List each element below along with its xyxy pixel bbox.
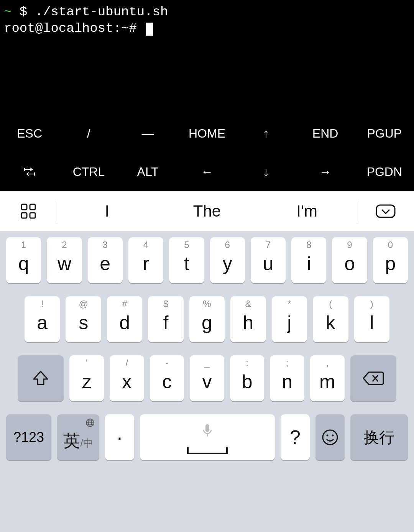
key-v[interactable]: _v <box>190 355 224 401</box>
terminal-line-1: $ ./start-ubuntu.sh <box>12 5 168 19</box>
key-main-label: h <box>243 312 254 334</box>
key-g[interactable]: %g <box>189 296 225 342</box>
question-key-label: ? <box>290 426 301 448</box>
key-hint: 0 <box>388 240 393 250</box>
key-main-label: x <box>122 371 131 393</box>
chevron-down-in-box-icon <box>374 202 397 220</box>
lang-secondary-label: /中 <box>80 437 93 450</box>
suggestion-3[interactable]: I'm <box>257 202 357 220</box>
ime-collapse-button[interactable] <box>357 202 414 220</box>
suggestion-2[interactable]: The <box>157 202 257 220</box>
key-d[interactable]: #d <box>107 296 142 342</box>
key-p[interactable]: 0p <box>373 237 408 283</box>
key-main-label: j <box>287 312 291 334</box>
keyboard-row-1: 1q2w3e4r5t6y7u8i9o0p <box>6 237 408 283</box>
extra-key-end[interactable]: END <box>296 114 355 153</box>
suggestion-1[interactable]: I <box>57 202 157 220</box>
key-z[interactable]: 'z <box>69 355 104 401</box>
keyboard-row-2: !a@s#d$f%g&h*j(k)l <box>6 296 408 342</box>
key-hint: # <box>122 299 127 309</box>
key-w[interactable]: 2w <box>47 237 82 283</box>
extra-key-pgup[interactable]: PGUP <box>355 114 414 153</box>
extra-key-alt[interactable]: ALT <box>118 153 177 191</box>
terminal-output[interactable]: ~ $ ./start-ubuntu.sh root@localhost:~# <box>0 0 414 114</box>
key-r[interactable]: 4r <box>128 237 163 283</box>
key-hint: 4 <box>143 240 148 250</box>
ime-apps-button[interactable] <box>0 202 57 220</box>
extra-key-ctrl[interactable]: CTRL <box>59 153 118 191</box>
key-e[interactable]: 3e <box>88 237 123 283</box>
key-hint: ; <box>286 358 289 368</box>
svg-rect-3 <box>30 213 35 218</box>
svg-point-8 <box>323 430 337 445</box>
extra-key-tab[interactable] <box>0 153 59 191</box>
key-n[interactable]: ;n <box>270 355 304 401</box>
key-hint: * <box>288 299 291 309</box>
svg-rect-2 <box>21 213 27 218</box>
key-main-label: f <box>163 312 169 334</box>
key-main-label: m <box>319 371 335 393</box>
key-hint: ( <box>329 299 332 309</box>
extra-key-pgdn[interactable]: PGDN <box>355 153 414 191</box>
key-hint: 9 <box>347 240 352 250</box>
key-a[interactable]: !a <box>25 296 60 342</box>
key-b[interactable]: :b <box>230 355 264 401</box>
key-hint: 5 <box>184 240 189 250</box>
backspace-key[interactable] <box>350 355 396 401</box>
keyboard-row-3: 'z/x-c_v:b;n,m <box>6 355 408 401</box>
key-hint: : <box>246 358 248 368</box>
extra-key-left[interactable]: ← <box>177 153 237 191</box>
tab-icon <box>24 167 35 176</box>
space-key[interactable] <box>140 414 275 460</box>
extra-key-down[interactable]: ↓ <box>237 153 296 191</box>
key-hint: 2 <box>62 240 67 250</box>
key-f[interactable]: $f <box>148 296 183 342</box>
extra-key-right[interactable]: → <box>296 153 355 191</box>
microphone-icon <box>202 424 213 439</box>
emoji-key[interactable] <box>315 414 345 460</box>
key-t[interactable]: 5t <box>169 237 204 283</box>
key-main-label: r <box>143 253 149 275</box>
key-main-label: b <box>242 371 253 393</box>
extra-key-esc[interactable]: ESC <box>0 114 59 153</box>
key-hint: ' <box>86 358 88 368</box>
extra-key-up[interactable]: ↑ <box>237 114 296 153</box>
key-u[interactable]: 7u <box>251 237 286 283</box>
enter-key[interactable]: 换行 <box>350 414 408 460</box>
key-j[interactable]: *j <box>272 296 307 342</box>
lang-primary-label: 英 <box>63 430 80 452</box>
key-i[interactable]: 8i <box>291 237 326 283</box>
key-main-label: a <box>37 312 48 334</box>
key-main-label: w <box>58 253 71 275</box>
key-x[interactable]: /x <box>110 355 144 401</box>
extra-key-home[interactable]: HOME <box>177 114 237 153</box>
key-h[interactable]: &h <box>230 296 266 342</box>
language-switch-key[interactable]: 英 /中 <box>57 414 99 460</box>
extra-key-dash[interactable]: — <box>118 114 177 153</box>
soft-keyboard: 1q2w3e4r5t6y7u8i9o0p !a@s#d$f%g&h*j(k)l … <box>0 231 414 532</box>
key-main-label: s <box>79 312 88 334</box>
key-main-label: e <box>100 253 110 275</box>
key-y[interactable]: 6y <box>210 237 245 283</box>
key-q[interactable]: 1q <box>6 237 41 283</box>
key-hint: - <box>165 358 168 368</box>
period-key[interactable]: · <box>105 414 134 460</box>
question-mark-key[interactable]: ? <box>281 414 310 460</box>
key-k[interactable]: (k <box>313 296 348 342</box>
extra-key-slash[interactable]: / <box>59 114 118 153</box>
key-s[interactable]: @s <box>66 296 101 342</box>
key-hint: 1 <box>21 240 26 250</box>
key-main-label: g <box>202 312 212 334</box>
svg-rect-7 <box>205 424 209 432</box>
key-l[interactable]: )l <box>354 296 389 342</box>
key-hint: , <box>326 358 329 368</box>
svg-point-10 <box>332 435 334 437</box>
key-c[interactable]: -c <box>150 355 184 401</box>
key-m[interactable]: ,m <box>310 355 345 401</box>
key-o[interactable]: 9o <box>332 237 367 283</box>
svg-rect-4 <box>376 205 395 217</box>
shift-key[interactable] <box>18 355 64 401</box>
symbols-key-label: ?123 <box>13 429 44 445</box>
enter-key-label: 换行 <box>364 427 394 448</box>
symbols-key[interactable]: ?123 <box>6 414 51 460</box>
